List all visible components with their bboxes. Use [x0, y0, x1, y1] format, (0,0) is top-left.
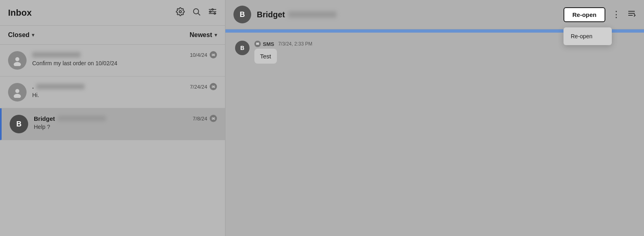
- menu-icon[interactable]: [627, 9, 636, 20]
- right-actions: Re-open ⋮: [564, 7, 636, 22]
- conv-content: 10/4/24 ✉ Confirm my last order on 10/02…: [32, 51, 217, 66]
- header-icons: [176, 7, 217, 18]
- contact-name-blurred: [288, 11, 336, 18]
- conv-name: [32, 52, 80, 58]
- contact-name: Bridget: [257, 10, 336, 19]
- sms-channel-icon: ✉: [210, 115, 217, 122]
- conv-name: .: [32, 83, 85, 90]
- message-area: B ✉ SMS 7/3/24, 2:33 PM Test: [225, 33, 644, 236]
- status-filter-button[interactable]: Closed ▾: [8, 31, 34, 39]
- conversation-item-active[interactable]: B Bridget 7/8/24 ✉ Help ?: [0, 108, 225, 140]
- svg-point-13: [14, 62, 21, 66]
- conv-top: 10/4/24 ✉: [32, 51, 217, 58]
- filter-icon[interactable]: [208, 7, 217, 18]
- inbox-title: Inbox: [8, 8, 32, 18]
- conv-preview: Hi.: [32, 92, 217, 98]
- left-panel: Inbox: [0, 0, 225, 236]
- contact-info: B Bridget: [233, 6, 336, 23]
- left-header: Inbox: [0, 0, 225, 26]
- conversation-item[interactable]: . 7/24/24 ✉ Hi.: [0, 77, 225, 108]
- dropdown-overlay: Re-open: [564, 27, 612, 45]
- avatar: B: [10, 115, 28, 133]
- svg-point-14: [15, 89, 19, 93]
- svg-line-2: [198, 13, 200, 15]
- status-filter-label: Closed: [8, 31, 29, 39]
- message-timestamp: 7/3/24, 2:33 PM: [278, 41, 312, 47]
- svg-point-15: [14, 94, 21, 98]
- sort-filter-label: Newest: [190, 31, 212, 39]
- more-options-icon[interactable]: ⋮: [612, 9, 621, 20]
- conv-top: . 7/24/24 ✉: [32, 83, 217, 90]
- contact-avatar: B: [233, 6, 251, 23]
- conv-meta: 7/24/24 ✉: [190, 83, 217, 90]
- sms-channel-icon: ✉: [210, 83, 217, 90]
- conv-date: 7/24/24: [190, 84, 207, 90]
- conv-meta: 10/4/24 ✉: [190, 51, 217, 58]
- svg-point-12: [15, 57, 19, 61]
- svg-point-1: [194, 9, 199, 14]
- conv-preview: Help ?: [34, 124, 217, 130]
- svg-point-0: [179, 10, 182, 13]
- sms-icon: ✉: [254, 41, 261, 47]
- conv-name-blurred: [32, 52, 80, 58]
- filter-bar: Closed ▾ Newest ▾: [0, 26, 225, 45]
- conv-preview: Confirm my last order on 10/02/24: [32, 60, 217, 66]
- avatar: [8, 83, 27, 101]
- conversation-list: 10/4/24 ✉ Confirm my last order on 10/02…: [0, 45, 225, 236]
- right-header: B Bridget Re-open ⋮: [225, 0, 644, 29]
- status-chevron-icon: ▾: [32, 32, 34, 38]
- conv-top: Bridget 7/8/24 ✉: [34, 115, 217, 122]
- message-channel: ✉ SMS: [254, 41, 274, 47]
- sms-channel-icon: ✉: [210, 51, 217, 58]
- search-icon[interactable]: [192, 7, 201, 18]
- conversation-item[interactable]: 10/4/24 ✉ Confirm my last order on 10/02…: [0, 45, 225, 77]
- channel-label: SMS: [263, 41, 274, 47]
- avatar: [8, 51, 27, 70]
- dropdown-menu: Re-open: [564, 27, 612, 45]
- gear-icon[interactable]: [176, 7, 185, 18]
- reopen-button[interactable]: Re-open: [564, 7, 605, 22]
- dropdown-reopen-item[interactable]: Re-open: [564, 29, 612, 43]
- conv-name-blurred: [58, 116, 106, 121]
- sort-chevron-icon: ▾: [215, 32, 217, 38]
- message-avatar: B: [235, 41, 250, 55]
- right-panel: B Bridget Re-open ⋮ Re-open: [225, 0, 644, 236]
- conv-date: 7/8/24: [193, 116, 207, 122]
- conv-name: Bridget: [34, 115, 106, 122]
- conv-date: 10/4/24: [190, 52, 207, 58]
- conv-content: . 7/24/24 ✉ Hi.: [32, 83, 217, 98]
- conv-meta: 7/8/24 ✉: [193, 115, 217, 122]
- message-bubble: Test: [254, 49, 277, 64]
- conv-content: Bridget 7/8/24 ✉ Help ?: [34, 115, 217, 130]
- message-text: Test: [260, 53, 271, 60]
- sort-filter-button[interactable]: Newest ▾: [190, 31, 217, 39]
- conv-name-blurred: [36, 84, 85, 89]
